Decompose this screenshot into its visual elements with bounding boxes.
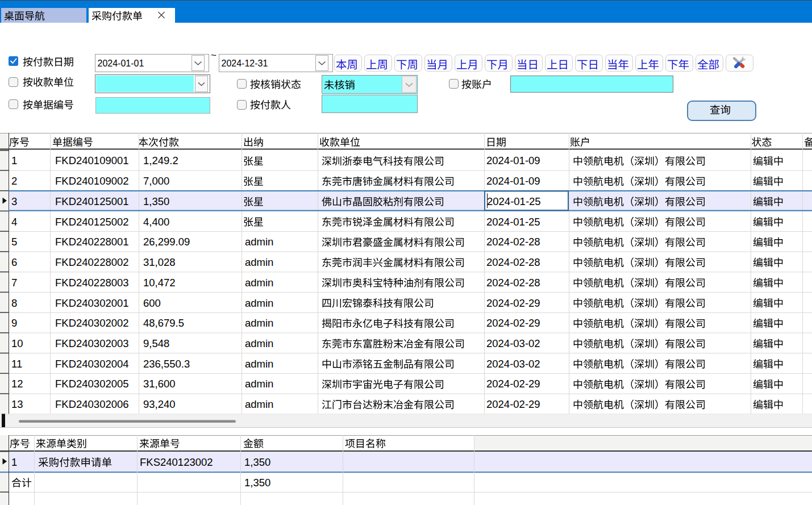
svg-text:admin: admin	[245, 277, 273, 289]
svg-text:26,299.09: 26,299.09	[143, 236, 190, 248]
svg-text:FKD240302003: FKD240302003	[55, 337, 129, 349]
svg-text:4: 4	[11, 216, 17, 228]
svg-text:FKD240228001: FKD240228001	[55, 236, 129, 248]
svg-text:admin: admin	[245, 337, 273, 349]
svg-text:7,000: 7,000	[143, 175, 169, 187]
svg-text:2: 2	[11, 175, 17, 187]
svg-text:1,249.2: 1,249.2	[143, 155, 178, 166]
svg-text:FKD240125002: FKD240125002	[55, 216, 129, 228]
svg-text:FKD240302002: FKD240302002	[55, 317, 129, 329]
svg-text:FKS240123002: FKS240123002	[140, 456, 213, 468]
svg-text:10,472: 10,472	[143, 277, 176, 289]
svg-text:2024-03-02: 2024-03-02	[486, 337, 540, 349]
svg-text:FKD240228003: FKD240228003	[55, 277, 129, 289]
svg-text:FKD240109002: FKD240109002	[55, 175, 129, 187]
svg-text:FKD240302004: FKD240302004	[55, 358, 129, 370]
svg-text:93,240: 93,240	[143, 398, 176, 410]
svg-text:2024-03-02: 2024-03-02	[486, 358, 540, 370]
svg-text:FKD240228002: FKD240228002	[55, 256, 129, 268]
svg-text:31,600: 31,600	[143, 378, 176, 390]
svg-text:236,550.3: 236,550.3	[143, 358, 190, 370]
svg-text:2024-02-28: 2024-02-28	[486, 277, 540, 289]
svg-text:4,400: 4,400	[143, 216, 169, 228]
svg-text:2024-12-31: 2024-12-31	[222, 59, 268, 68]
svg-text:5: 5	[11, 236, 17, 248]
svg-text:2024-01-01: 2024-01-01	[98, 59, 144, 68]
svg-text:1,350: 1,350	[244, 456, 270, 468]
svg-text:1: 1	[11, 155, 17, 166]
svg-text:2024-02-28: 2024-02-28	[486, 256, 540, 268]
svg-text:10: 10	[11, 337, 23, 349]
svg-text:2024-01-25: 2024-01-25	[487, 195, 541, 207]
svg-text:31,028: 31,028	[143, 256, 176, 268]
svg-text:FKD240302005: FKD240302005	[55, 378, 129, 390]
svg-text:admin: admin	[245, 358, 273, 370]
svg-text:2024-02-28: 2024-02-28	[486, 236, 540, 248]
svg-text:2024-02-29: 2024-02-29	[486, 378, 540, 390]
svg-text:600: 600	[143, 297, 161, 309]
svg-text:admin: admin	[245, 256, 273, 268]
svg-text:12: 12	[11, 378, 23, 390]
svg-text:9: 9	[11, 317, 17, 329]
svg-text:1: 1	[11, 456, 17, 468]
svg-text:7: 7	[11, 277, 17, 289]
svg-text:11: 11	[11, 358, 22, 370]
svg-text:2024-01-09: 2024-01-09	[486, 175, 540, 187]
svg-text:admin: admin	[245, 317, 273, 329]
svg-text:admin: admin	[245, 236, 273, 248]
svg-text:6: 6	[11, 256, 17, 268]
svg-text:FKD240302006: FKD240302006	[55, 398, 129, 410]
svg-text:2024-02-29: 2024-02-29	[486, 317, 540, 329]
svg-text:2024-02-29: 2024-02-29	[486, 297, 540, 309]
svg-text:admin: admin	[245, 378, 273, 390]
svg-text:9,548: 9,548	[143, 337, 169, 349]
svg-text:2024-01-25: 2024-01-25	[486, 216, 540, 228]
svg-text:13: 13	[11, 398, 23, 410]
svg-text:8: 8	[11, 297, 17, 309]
svg-text:2024-02-29: 2024-02-29	[486, 398, 540, 410]
svg-text:FKD240125001: FKD240125001	[55, 195, 129, 207]
svg-text:1,350: 1,350	[143, 195, 169, 207]
svg-text:48,679.5: 48,679.5	[143, 317, 184, 329]
svg-text:~: ~	[211, 50, 216, 61]
svg-text:FKD240109001: FKD240109001	[55, 155, 129, 166]
svg-text:2024-01-09: 2024-01-09	[486, 155, 540, 166]
svg-text:1,350: 1,350	[244, 477, 270, 489]
svg-text:admin: admin	[245, 297, 273, 309]
svg-text:admin: admin	[245, 398, 273, 410]
svg-text:3: 3	[11, 195, 17, 207]
svg-text:FKD240302001: FKD240302001	[55, 297, 129, 309]
